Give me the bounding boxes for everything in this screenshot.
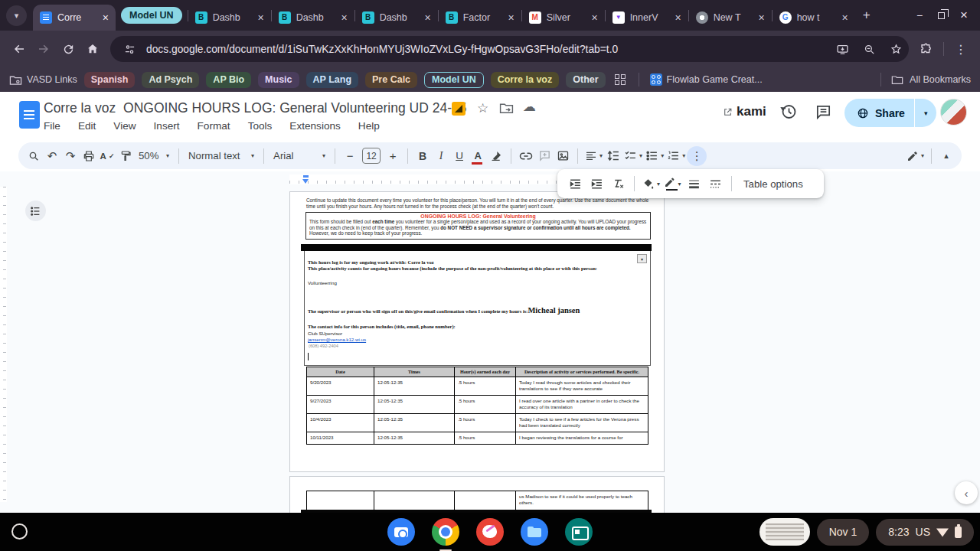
browser-menu-icon[interactable]: ⋮ <box>949 37 972 60</box>
cell-hours[interactable]: .5 hours <box>455 377 516 395</box>
numbered-list-icon[interactable]: ▾ <box>665 146 687 166</box>
col-header-hours[interactable]: Hour(s) earned each day <box>455 367 516 377</box>
fill-color-icon[interactable]: ▾ <box>640 174 662 194</box>
menu-help[interactable]: Help <box>358 120 380 132</box>
redo-icon[interactable]: ↷ <box>61 146 80 166</box>
tab-silver[interactable]: M Silver × <box>522 5 605 31</box>
menu-edit[interactable]: Edit <box>78 120 96 132</box>
bookmarks-folder[interactable]: VASD Links <box>9 74 77 86</box>
cell-date[interactable]: 9/20/2023 <box>307 377 374 395</box>
tab-close-icon[interactable]: × <box>103 12 109 23</box>
bulleted-list-icon[interactable]: ▾ <box>644 146 665 166</box>
col-header-description[interactable]: Description of activity or services perf… <box>516 367 648 377</box>
bookmark-flowlab[interactable]: Flowlab Game Creat... <box>650 73 763 86</box>
tab-close-icon[interactable]: × <box>341 12 347 23</box>
undo-icon[interactable]: ↶ <box>43 146 61 166</box>
hide-menus-icon[interactable]: ▴ <box>937 146 956 166</box>
font-size-field[interactable]: 12 <box>362 148 381 164</box>
bookmark-group-ap-lang[interactable]: AP Lang <box>306 72 358 88</box>
tab-close-icon[interactable]: × <box>508 12 514 23</box>
reload-icon[interactable] <box>57 37 80 60</box>
bookmark-star-icon[interactable] <box>886 39 906 59</box>
increase-indent-icon[interactable] <box>586 174 607 194</box>
cell-times[interactable]: 12:05-12:35 <box>374 413 455 432</box>
bold-icon[interactable]: B <box>413 146 432 166</box>
tab-close-icon[interactable]: × <box>257 12 263 23</box>
menu-view[interactable]: View <box>113 120 136 132</box>
cell-description[interactable]: I began reviewing the translations for a… <box>516 432 648 444</box>
cell-hours[interactable]: .5 hours <box>455 432 516 444</box>
star-document-icon[interactable]: ☆ <box>477 100 488 116</box>
account-avatar[interactable] <box>940 99 967 126</box>
cell-hours[interactable]: .5 hours <box>455 395 516 413</box>
paint-format-icon[interactable] <box>116 146 135 166</box>
camera-app-icon[interactable] <box>387 518 415 546</box>
insert-image-icon[interactable] <box>554 146 572 166</box>
url-bar[interactable]: docs.google.com/document/d/1iSuTwKzXxKhH… <box>110 36 909 62</box>
chrome-app-icon[interactable] <box>432 518 459 546</box>
cell-description[interactable]: Today I read through some articles and c… <box>516 377 648 395</box>
tab-close-icon[interactable]: × <box>591 12 597 23</box>
bookmark-group-corre-la-voz[interactable]: Corre la voz <box>491 72 560 88</box>
underline-icon[interactable]: U <box>450 146 469 166</box>
screen-capture-preview[interactable] <box>760 518 810 546</box>
date-pill[interactable]: Nov 1 <box>817 519 870 546</box>
cell-date[interactable]: 10/4/2023 <box>307 413 374 432</box>
search-menus-icon[interactable] <box>24 146 43 166</box>
italic-icon[interactable]: I <box>432 146 450 166</box>
move-to-folder-icon[interactable] <box>499 102 514 117</box>
cell-date[interactable]: 9/27/2023 <box>307 395 374 413</box>
col-header-times[interactable]: Times <box>374 367 455 377</box>
kami-badge-icon[interactable] <box>452 102 466 116</box>
more-options-icon[interactable]: ⋮ <box>687 146 707 166</box>
restore-icon[interactable] <box>938 12 945 19</box>
share-main[interactable]: Share <box>844 107 914 119</box>
cell-description[interactable]: Today I check to see if a few articles f… <box>516 413 648 432</box>
tab-group-model-un[interactable]: Model UN <box>121 7 182 24</box>
files-app-icon[interactable] <box>521 518 548 546</box>
highlight-color-icon[interactable] <box>487 146 505 166</box>
border-dash-icon[interactable] <box>704 174 726 194</box>
tab-dashb-2[interactable]: B Dashb × <box>272 5 354 31</box>
document-outline-button[interactable] <box>25 201 46 221</box>
checklist-icon[interactable]: ▾ <box>622 146 644 166</box>
menu-extensions[interactable]: Extensions <box>289 120 341 132</box>
cell-times[interactable]: 12:05-12:35 <box>374 395 455 413</box>
border-width-icon[interactable] <box>683 174 704 194</box>
zoom-select[interactable]: 50% ▾ <box>135 146 173 166</box>
indent-marker-bar[interactable] <box>303 175 309 178</box>
home-icon[interactable] <box>81 37 104 60</box>
editing-mode-icon[interactable]: ▾ <box>905 146 926 166</box>
bookmark-group-music[interactable]: Music <box>258 72 299 88</box>
document-page-1[interactable]: Continue to update this document every t… <box>289 191 665 472</box>
menu-format[interactable]: Format <box>198 120 230 132</box>
clear-formatting-icon[interactable] <box>607 174 629 194</box>
border-color-icon[interactable]: ▾ <box>662 174 683 194</box>
doc-contact-email-link[interactable]: jansenm@verona.k12.wi.us <box>308 337 366 342</box>
bookmark-group-spanish[interactable]: Spanish <box>84 72 136 88</box>
decrease-indent-icon[interactable] <box>564 174 586 194</box>
bookmark-group-ad-psych[interactable]: Ad Psych <box>142 72 199 88</box>
indent-marker-triangle[interactable] <box>302 179 309 184</box>
status-pill[interactable]: 8:23 US <box>876 519 974 546</box>
tab-new-tab-page[interactable]: New T × <box>689 5 772 31</box>
spell-check-icon[interactable]: A✓ <box>98 146 116 166</box>
tab-search-chevron-icon[interactable]: ▾ <box>6 5 27 26</box>
canvas-app-icon[interactable] <box>476 518 504 546</box>
kami-extension-button[interactable]: kami <box>723 104 766 119</box>
version-history-icon[interactable] <box>779 103 798 124</box>
line-spacing-icon[interactable] <box>604 146 622 166</box>
back-icon[interactable] <box>8 37 31 60</box>
site-info-icon[interactable] <box>119 39 139 59</box>
cell-description[interactable]: I read over one article with a partner i… <box>516 395 648 413</box>
add-comment-icon[interactable] <box>535 146 554 166</box>
document-page-2[interactable]: us Madison to see if it could be used pr… <box>289 476 665 513</box>
minimize-icon[interactable]: − <box>916 9 923 21</box>
cell-hours[interactable]: .5 hours <box>455 413 516 432</box>
window-close-icon[interactable]: × <box>960 8 968 23</box>
share-dropdown-icon[interactable]: ▾ <box>915 109 937 117</box>
tab-close-icon[interactable]: × <box>675 12 681 23</box>
install-app-icon[interactable] <box>832 39 852 59</box>
bookmark-group-model-un[interactable]: Model UN <box>424 72 484 88</box>
bookmark-group-other[interactable]: Other <box>566 72 605 88</box>
